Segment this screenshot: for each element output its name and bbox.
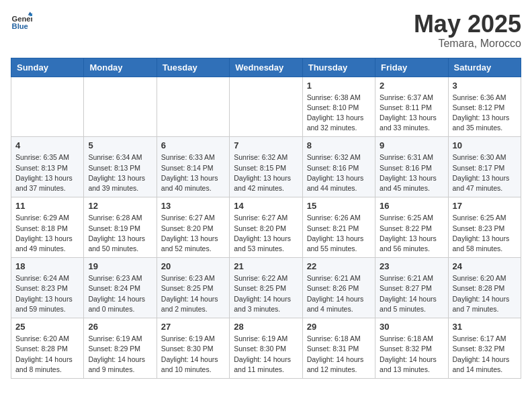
day-info: Sunrise: 6:23 AM Sunset: 8:25 PM Dayligh…	[161, 273, 225, 314]
calendar-cell: 4Sunrise: 6:35 AM Sunset: 8:13 PM Daylig…	[11, 137, 84, 197]
calendar-cell: 31Sunrise: 6:17 AM Sunset: 8:32 PM Dayli…	[448, 318, 521, 379]
logo-icon: General Blue	[11, 11, 32, 32]
day-info: Sunrise: 6:21 AM Sunset: 8:26 PM Dayligh…	[307, 273, 371, 314]
day-info: Sunrise: 6:29 AM Sunset: 8:18 PM Dayligh…	[15, 213, 79, 254]
calendar-cell: 29Sunrise: 6:18 AM Sunset: 8:31 PM Dayli…	[302, 318, 375, 379]
day-number: 21	[234, 261, 298, 271]
weekday-header-sunday: Sunday	[11, 58, 84, 77]
calendar: SundayMondayTuesdayWednesdayThursdayFrid…	[11, 58, 521, 379]
calendar-cell: 1Sunrise: 6:38 AM Sunset: 8:10 PM Daylig…	[302, 77, 375, 137]
day-info: Sunrise: 6:35 AM Sunset: 8:13 PM Dayligh…	[15, 152, 79, 193]
day-number: 10	[453, 140, 517, 150]
calendar-cell: 7Sunrise: 6:32 AM Sunset: 8:15 PM Daylig…	[230, 137, 302, 197]
calendar-cell	[11, 77, 84, 137]
day-number: 26	[88, 322, 152, 332]
day-number: 7	[234, 140, 298, 150]
weekday-header-friday: Friday	[375, 58, 448, 77]
day-info: Sunrise: 6:28 AM Sunset: 8:19 PM Dayligh…	[88, 213, 152, 254]
day-info: Sunrise: 6:18 AM Sunset: 8:32 PM Dayligh…	[380, 334, 443, 375]
day-number: 20	[161, 261, 225, 271]
day-number: 29	[307, 322, 371, 332]
day-info: Sunrise: 6:33 AM Sunset: 8:14 PM Dayligh…	[161, 152, 225, 193]
calendar-week-1: 1Sunrise: 6:38 AM Sunset: 8:10 PM Daylig…	[11, 77, 521, 137]
calendar-cell: 21Sunrise: 6:22 AM Sunset: 8:25 PM Dayli…	[230, 258, 302, 318]
calendar-cell: 8Sunrise: 6:32 AM Sunset: 8:16 PM Daylig…	[302, 137, 375, 197]
day-info: Sunrise: 6:19 AM Sunset: 8:29 PM Dayligh…	[88, 334, 152, 375]
day-info: Sunrise: 6:27 AM Sunset: 8:20 PM Dayligh…	[234, 213, 298, 254]
weekday-header-saturday: Saturday	[448, 58, 521, 77]
calendar-cell: 2Sunrise: 6:37 AM Sunset: 8:11 PM Daylig…	[375, 77, 448, 137]
day-info: Sunrise: 6:25 AM Sunset: 8:23 PM Dayligh…	[453, 213, 517, 254]
calendar-cell: 27Sunrise: 6:19 AM Sunset: 8:30 PM Dayli…	[157, 318, 229, 379]
calendar-week-3: 11Sunrise: 6:29 AM Sunset: 8:18 PM Dayli…	[11, 197, 521, 258]
weekday-header-monday: Monday	[84, 58, 157, 77]
calendar-week-4: 18Sunrise: 6:24 AM Sunset: 8:23 PM Dayli…	[11, 258, 521, 318]
calendar-cell: 15Sunrise: 6:26 AM Sunset: 8:21 PM Dayli…	[302, 197, 375, 258]
day-info: Sunrise: 6:17 AM Sunset: 8:32 PM Dayligh…	[453, 334, 517, 375]
day-info: Sunrise: 6:22 AM Sunset: 8:25 PM Dayligh…	[234, 273, 298, 314]
day-info: Sunrise: 6:20 AM Sunset: 8:28 PM Dayligh…	[15, 334, 79, 375]
day-number: 5	[88, 140, 152, 150]
day-number: 18	[15, 261, 79, 271]
weekday-header-thursday: Thursday	[302, 58, 375, 77]
calendar-cell: 26Sunrise: 6:19 AM Sunset: 8:29 PM Dayli…	[84, 318, 157, 379]
calendar-cell: 5Sunrise: 6:34 AM Sunset: 8:13 PM Daylig…	[84, 137, 157, 197]
day-number: 16	[380, 201, 443, 211]
calendar-cell: 6Sunrise: 6:33 AM Sunset: 8:14 PM Daylig…	[157, 137, 229, 197]
day-info: Sunrise: 6:27 AM Sunset: 8:20 PM Dayligh…	[161, 213, 225, 254]
calendar-cell: 20Sunrise: 6:23 AM Sunset: 8:25 PM Dayli…	[157, 258, 229, 318]
calendar-cell: 10Sunrise: 6:30 AM Sunset: 8:17 PM Dayli…	[448, 137, 521, 197]
day-number: 22	[307, 261, 371, 271]
calendar-cell: 3Sunrise: 6:36 AM Sunset: 8:12 PM Daylig…	[448, 77, 521, 137]
day-info: Sunrise: 6:36 AM Sunset: 8:12 PM Dayligh…	[453, 93, 517, 134]
calendar-cell: 25Sunrise: 6:20 AM Sunset: 8:28 PM Dayli…	[11, 318, 84, 379]
day-info: Sunrise: 6:19 AM Sunset: 8:30 PM Dayligh…	[234, 334, 298, 375]
day-number: 8	[307, 140, 371, 150]
day-info: Sunrise: 6:31 AM Sunset: 8:16 PM Dayligh…	[380, 152, 443, 193]
svg-text:Blue: Blue	[12, 22, 28, 30]
logo: General Blue	[11, 11, 32, 32]
calendar-cell: 11Sunrise: 6:29 AM Sunset: 8:18 PM Dayli…	[11, 197, 84, 258]
header: General Blue May 2025 Temara, Morocco	[11, 11, 521, 50]
day-info: Sunrise: 6:30 AM Sunset: 8:17 PM Dayligh…	[453, 152, 517, 193]
calendar-cell: 22Sunrise: 6:21 AM Sunset: 8:26 PM Dayli…	[302, 258, 375, 318]
calendar-cell: 28Sunrise: 6:19 AM Sunset: 8:30 PM Dayli…	[230, 318, 302, 379]
day-number: 4	[15, 140, 79, 150]
weekday-header-tuesday: Tuesday	[157, 58, 229, 77]
day-number: 12	[88, 201, 152, 211]
day-info: Sunrise: 6:23 AM Sunset: 8:24 PM Dayligh…	[88, 273, 152, 314]
day-info: Sunrise: 6:32 AM Sunset: 8:15 PM Dayligh…	[234, 152, 298, 193]
day-number: 13	[161, 201, 225, 211]
day-number: 19	[88, 261, 152, 271]
day-number: 24	[453, 261, 517, 271]
calendar-cell	[157, 77, 229, 137]
day-number: 9	[380, 140, 443, 150]
day-info: Sunrise: 6:34 AM Sunset: 8:13 PM Dayligh…	[88, 152, 152, 193]
calendar-cell	[230, 77, 302, 137]
day-info: Sunrise: 6:32 AM Sunset: 8:16 PM Dayligh…	[307, 152, 371, 193]
weekday-header-wednesday: Wednesday	[230, 58, 302, 77]
day-number: 27	[161, 322, 225, 332]
day-number: 30	[380, 322, 443, 332]
day-number: 11	[15, 201, 79, 211]
day-info: Sunrise: 6:24 AM Sunset: 8:23 PM Dayligh…	[15, 273, 79, 314]
day-number: 25	[15, 322, 79, 332]
day-info: Sunrise: 6:38 AM Sunset: 8:10 PM Dayligh…	[307, 93, 371, 134]
title-area: May 2025 Temara, Morocco	[414, 11, 521, 50]
calendar-cell: 14Sunrise: 6:27 AM Sunset: 8:20 PM Dayli…	[230, 197, 302, 258]
calendar-cell	[84, 77, 157, 137]
calendar-week-2: 4Sunrise: 6:35 AM Sunset: 8:13 PM Daylig…	[11, 137, 521, 197]
day-number: 3	[453, 81, 517, 91]
calendar-cell: 13Sunrise: 6:27 AM Sunset: 8:20 PM Dayli…	[157, 197, 229, 258]
day-number: 2	[380, 81, 443, 91]
calendar-cell: 9Sunrise: 6:31 AM Sunset: 8:16 PM Daylig…	[375, 137, 448, 197]
day-info: Sunrise: 6:37 AM Sunset: 8:11 PM Dayligh…	[380, 93, 443, 134]
day-info: Sunrise: 6:18 AM Sunset: 8:31 PM Dayligh…	[307, 334, 371, 375]
calendar-cell: 24Sunrise: 6:20 AM Sunset: 8:28 PM Dayli…	[448, 258, 521, 318]
calendar-cell: 23Sunrise: 6:21 AM Sunset: 8:27 PM Dayli…	[375, 258, 448, 318]
day-number: 15	[307, 201, 371, 211]
day-number: 14	[234, 201, 298, 211]
calendar-cell: 12Sunrise: 6:28 AM Sunset: 8:19 PM Dayli…	[84, 197, 157, 258]
day-info: Sunrise: 6:20 AM Sunset: 8:28 PM Dayligh…	[453, 273, 517, 314]
calendar-cell: 30Sunrise: 6:18 AM Sunset: 8:32 PM Dayli…	[375, 318, 448, 379]
